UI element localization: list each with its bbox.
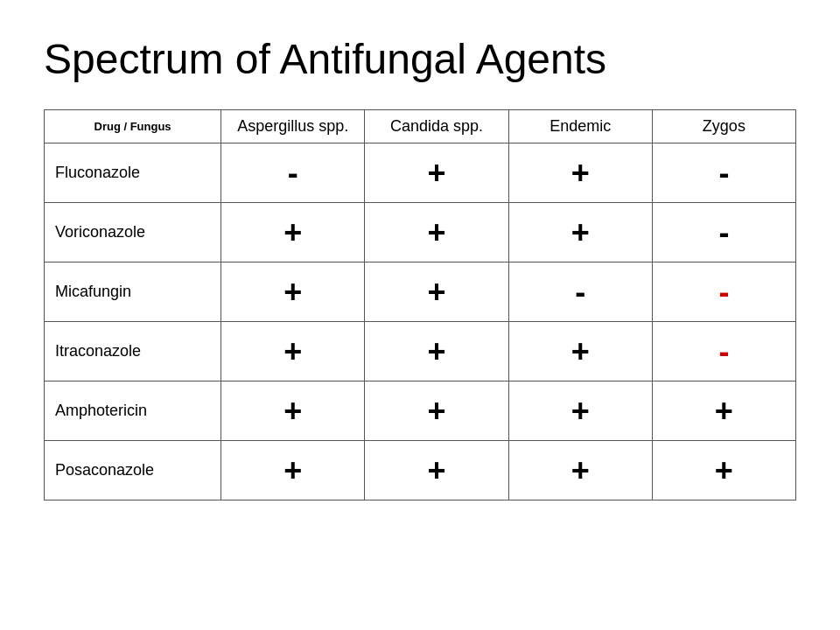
header-aspergillus: Aspergillus spp.: [221, 110, 365, 144]
header-candida: Candida spp.: [365, 110, 508, 144]
value-cell: +: [365, 382, 508, 441]
header-endemic: Endemic: [508, 110, 652, 144]
drug-name-cell: Micafungin: [45, 262, 221, 322]
table-header-row: Drug / Fungus Aspergillus spp. Candida s…: [45, 110, 796, 144]
table-row: Itraconazole+++-: [45, 322, 796, 382]
header-drug-fungus: Drug / Fungus: [45, 110, 221, 144]
value-cell: -: [652, 144, 795, 203]
table-row: Voriconazole+++-: [45, 203, 796, 262]
table-row: Fluconazole-++-: [45, 144, 796, 203]
value-cell: -: [221, 144, 365, 203]
table-row: Posaconazole++++: [45, 441, 796, 500]
value-cell: +: [508, 441, 652, 500]
value-cell: +: [221, 441, 365, 500]
value-cell: +: [221, 322, 365, 382]
value-cell: +: [508, 203, 652, 262]
value-cell: -: [652, 262, 795, 322]
drug-name-cell: Itraconazole: [45, 322, 221, 382]
value-cell: +: [221, 382, 365, 441]
value-cell: +: [365, 203, 508, 262]
value-cell: +: [365, 262, 508, 322]
table-row: Micafungin++--: [45, 262, 796, 322]
value-cell: +: [365, 441, 508, 500]
drug-name-cell: Fluconazole: [45, 144, 221, 203]
drug-name-cell: Amphotericin: [45, 382, 221, 441]
value-cell: -: [652, 322, 795, 382]
value-cell: +: [221, 203, 365, 262]
drug-name-cell: Voriconazole: [45, 203, 221, 262]
value-cell: -: [508, 262, 652, 322]
value-cell: +: [365, 144, 508, 203]
value-cell: +: [508, 144, 652, 203]
value-cell: +: [365, 322, 508, 382]
value-cell: +: [652, 382, 795, 441]
antifungal-table: Drug / Fungus Aspergillus spp. Candida s…: [44, 109, 796, 500]
value-cell: +: [508, 382, 652, 441]
page-title: Spectrum of Antifungal Agents: [44, 35, 606, 83]
value-cell: -: [652, 203, 795, 262]
drug-name-cell: Posaconazole: [45, 441, 221, 500]
value-cell: +: [508, 322, 652, 382]
header-zygos: Zygos: [652, 110, 795, 144]
value-cell: +: [652, 441, 795, 500]
table-row: Amphotericin++++: [45, 382, 796, 441]
table-container: Drug / Fungus Aspergillus spp. Candida s…: [44, 109, 796, 500]
value-cell: +: [221, 262, 365, 322]
